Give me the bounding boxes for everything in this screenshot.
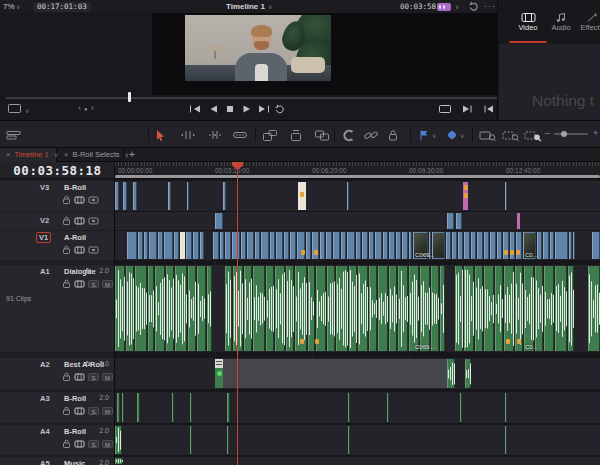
video-clip[interactable] (517, 213, 520, 229)
video-clip[interactable] (505, 182, 507, 210)
video-clip[interactable] (180, 232, 185, 259)
video-clip[interactable] (149, 232, 157, 259)
video-clip[interactable] (569, 232, 572, 259)
prev-keyframe-icon[interactable] (483, 104, 495, 114)
auto-select-icon[interactable] (74, 217, 85, 225)
timeline-view-options-icon[interactable] (6, 127, 22, 143)
audio-clip[interactable] (440, 266, 445, 351)
loop-button[interactable] (274, 104, 286, 114)
video-clip[interactable] (464, 232, 470, 259)
timeline-horizontal-scrollbar[interactable] (115, 175, 600, 179)
video-clip[interactable] (490, 232, 496, 259)
video-clip[interactable] (133, 182, 137, 210)
video-clip[interactable] (200, 232, 204, 259)
chevron-down-icon[interactable]: ∨ (268, 3, 272, 10)
next-keyframe-icon[interactable] (461, 104, 473, 114)
solo-button[interactable]: S (88, 440, 99, 448)
audio-clip[interactable] (349, 266, 357, 351)
clip-marker[interactable] (301, 250, 305, 255)
viewer-canvas[interactable] (152, 13, 508, 95)
clip-marker[interactable] (464, 193, 468, 198)
audio-clip[interactable] (175, 266, 187, 351)
next-edit-button[interactable] (257, 104, 271, 114)
video-clip[interactable] (276, 232, 283, 259)
marker-icon[interactable]: ∨ (446, 127, 464, 143)
video-clip[interactable] (127, 232, 137, 259)
audio-clip[interactable] (275, 266, 285, 351)
audio-clip[interactable] (115, 266, 125, 351)
clip-marker[interactable] (300, 192, 304, 197)
audio-clip[interactable] (286, 266, 294, 351)
audio-clip[interactable] (378, 266, 388, 351)
video-clip[interactable] (186, 232, 192, 259)
viewer-scrubber-playhead[interactable] (128, 92, 131, 102)
audio-clip[interactable] (266, 266, 274, 351)
audio-clip[interactable] (227, 426, 229, 454)
cinema-viewer-icon[interactable] (438, 104, 452, 114)
stop-button[interactable] (225, 104, 235, 114)
audio-clip[interactable] (588, 266, 600, 351)
video-clip[interactable] (383, 232, 388, 259)
track-id[interactable]: A5 (38, 459, 52, 465)
video-clip[interactable] (270, 232, 275, 259)
track-header-a4[interactable]: A4B-Roll2.0SM (0, 425, 115, 455)
clip-marker[interactable] (504, 250, 508, 255)
track-id[interactable]: A2 (38, 360, 52, 369)
clip-marker[interactable] (300, 339, 304, 344)
video-clip[interactable] (215, 213, 223, 229)
inspector-tab-video[interactable]: Video (511, 12, 545, 32)
clip-marker[interactable] (510, 250, 514, 255)
video-clip[interactable] (247, 232, 254, 259)
clip-marker[interactable] (315, 339, 319, 344)
audio-clip[interactable] (420, 266, 430, 351)
video-clip[interactable] (158, 232, 163, 259)
track-enable-icon[interactable] (88, 196, 99, 204)
video-clip[interactable] (550, 232, 554, 259)
track-header-a1[interactable]: A1Dialoguefx2.0SM91 Clips (0, 265, 115, 352)
zoom-custom-icon[interactable] (524, 127, 542, 143)
zoom-in-button[interactable]: + (593, 128, 598, 138)
jog-control[interactable]: ‹●› (78, 103, 97, 113)
video-clip[interactable] (477, 232, 483, 259)
audio-clip[interactable] (126, 266, 134, 351)
video-clip[interactable] (341, 232, 346, 259)
solo-button[interactable]: S (88, 407, 99, 415)
lock-icon[interactable] (62, 279, 71, 288)
blade-tool-icon[interactable] (232, 127, 248, 143)
track-id[interactable]: V2 (38, 216, 51, 225)
clip-marker[interactable] (506, 339, 510, 344)
video-clip[interactable] (555, 232, 568, 259)
solo-button[interactable]: S (88, 280, 99, 288)
track-id[interactable]: A1 (38, 267, 52, 276)
audio-clip[interactable] (475, 266, 483, 351)
video-clip[interactable] (409, 232, 412, 259)
timeline-tab-timeline-1[interactable]: ×Timeline 1∨ (0, 148, 57, 162)
lock-icon[interactable] (62, 439, 71, 448)
audio-clip[interactable] (115, 458, 123, 464)
zoom-out-button[interactable]: – (545, 128, 550, 138)
rev-play-button[interactable] (208, 104, 219, 114)
audio-clip[interactable] (431, 266, 439, 351)
video-clip[interactable] (456, 213, 462, 229)
prev-edit-button[interactable] (188, 104, 202, 114)
zoom-slider[interactable] (554, 133, 588, 135)
video-clip[interactable] (333, 232, 340, 259)
lock-icon[interactable] (62, 245, 71, 254)
video-clip[interactable] (213, 232, 219, 259)
audio-clip[interactable] (387, 393, 389, 422)
video-clip[interactable] (402, 232, 408, 259)
mute-button[interactable]: M (102, 407, 113, 415)
audio-clip[interactable] (568, 266, 574, 351)
inspector-tab-effects[interactable]: Effects (575, 12, 600, 32)
lock-icon[interactable] (62, 216, 71, 225)
video-clip[interactable] (458, 232, 463, 259)
snapping-icon[interactable] (341, 127, 355, 143)
video-clip[interactable] (232, 232, 240, 259)
track-lane-a3[interactable] (115, 392, 600, 423)
video-clip[interactable] (446, 232, 451, 259)
viewer-zoom-level[interactable]: 7% (3, 2, 15, 11)
video-clip[interactable] (174, 232, 179, 259)
audio-clip[interactable] (348, 393, 350, 422)
audio-clip[interactable] (172, 393, 174, 422)
lock-icon[interactable] (62, 372, 71, 381)
